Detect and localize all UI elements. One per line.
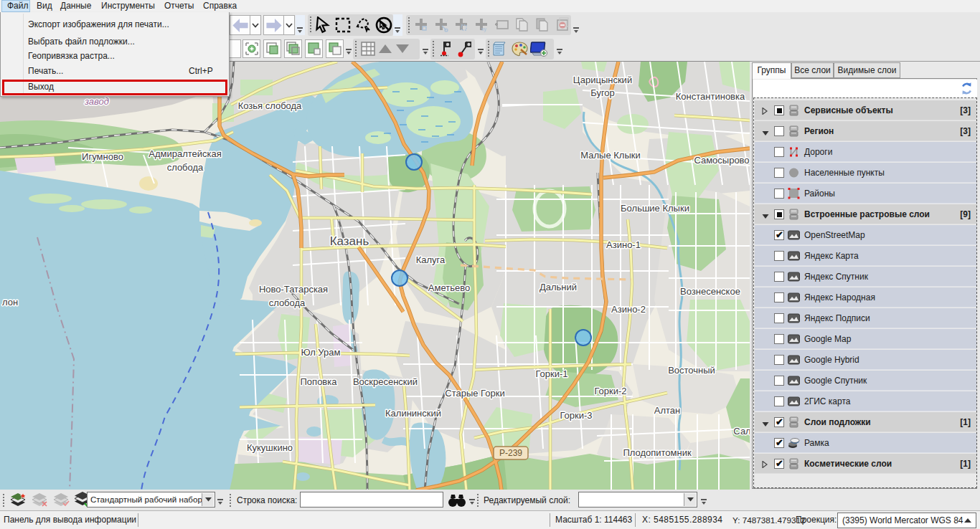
svg-text:Плодопитомник: Плодопитомник: [623, 447, 692, 458]
svg-text:Дальний: Дальний: [540, 282, 577, 292]
svg-text:Салм: Салм: [733, 426, 750, 437]
svg-text:Юл Урам: Юл Урам: [301, 347, 341, 358]
svg-text:Аметьево: Аметьево: [428, 282, 470, 293]
svg-text:Малые Клыки: Малые Клыки: [580, 150, 640, 161]
svg-text:Азино-1: Азино-1: [606, 239, 641, 250]
svg-text:Царицынский: Царицынский: [573, 75, 632, 85]
svg-text:Азино-2: Азино-2: [611, 304, 646, 315]
svg-text:слобода: слобода: [269, 297, 306, 308]
svg-text:Восточный: Восточный: [668, 365, 715, 376]
svg-text:Самосырово: Самосырово: [694, 155, 749, 166]
svg-text:Большие Клыки: Большие Клыки: [621, 203, 689, 214]
svg-text:Игумново: Игумново: [82, 151, 123, 162]
svg-text:завод: завод: [84, 96, 109, 107]
svg-text:Алтан: Алтан: [654, 405, 680, 416]
svg-text:Р-239: Р-239: [499, 448, 522, 458]
svg-text:Адмиралтейская: Адмиралтейская: [149, 148, 222, 159]
svg-text:Вознесенское: Вознесенское: [680, 286, 740, 297]
svg-text:Калуга: Калуга: [416, 254, 446, 265]
svg-text:Козья слобода: Козья слобода: [238, 100, 302, 111]
svg-text:Поповка: Поповка: [301, 376, 338, 387]
svg-text:Кукушкино: Кукушкино: [247, 442, 293, 453]
svg-text:xy: xy: [481, 27, 487, 32]
svg-text:Горки-2: Горки-2: [594, 386, 626, 396]
svg-text:слобода: слобода: [167, 162, 204, 173]
svg-text:Калининский: Калининский: [385, 408, 441, 419]
svg-text:Ново-Татарская: Ново-Татарская: [259, 284, 328, 295]
svg-text:Горки-1: Горки-1: [535, 368, 567, 379]
svg-text:Старые Горки: Старые Горки: [445, 388, 504, 399]
svg-text:Константиновка: Константиновка: [676, 91, 745, 102]
svg-text:лон: лон: [2, 297, 18, 308]
svg-text:Горки-3: Горки-3: [560, 410, 592, 421]
svg-text:Воскресенский: Воскресенский: [353, 376, 418, 387]
svg-text:Бугор: Бугор: [590, 87, 615, 98]
svg-text:Казань: Казань: [330, 234, 369, 248]
